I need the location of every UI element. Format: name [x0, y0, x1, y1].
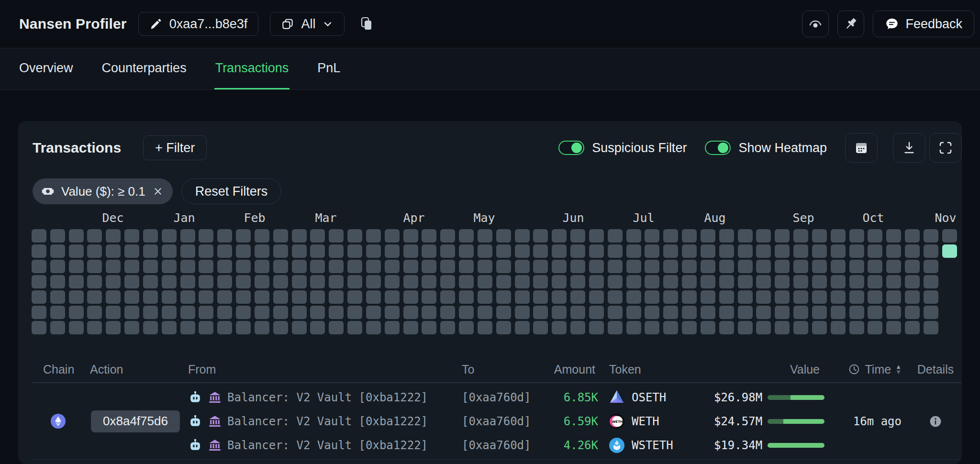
- heatmap-cell[interactable]: [831, 275, 846, 288]
- to-address-link[interactable]: [0xaa760d]: [462, 391, 531, 404]
- heatmap-cell[interactable]: [236, 275, 251, 288]
- heatmap-cell[interactable]: [310, 229, 325, 243]
- heatmap-cell[interactable]: [645, 275, 659, 288]
- heatmap-cell[interactable]: [886, 306, 901, 319]
- heatmap-cell[interactable]: [775, 260, 790, 273]
- heatmap-cell[interactable]: [459, 321, 474, 334]
- heatmap-cell[interactable]: [440, 244, 455, 258]
- heatmap-cell[interactable]: [478, 290, 492, 304]
- heatmap-cell[interactable]: [69, 260, 84, 273]
- heatmap-cell[interactable]: [87, 290, 102, 304]
- close-icon[interactable]: [152, 185, 164, 198]
- heatmap-cell[interactable]: [217, 244, 232, 258]
- heatmap-cell[interactable]: [533, 229, 548, 243]
- heatmap-cell[interactable]: [886, 275, 901, 288]
- info-icon[interactable]: [929, 415, 942, 428]
- heatmap-cell[interactable]: [905, 229, 920, 243]
- heatmap-cell[interactable]: [199, 321, 213, 334]
- heatmap-cell[interactable]: [589, 260, 604, 273]
- from-address-link[interactable]: Balancer: V2 Vault [0xba1222]: [227, 415, 428, 428]
- heatmap-cell[interactable]: [199, 306, 213, 319]
- heatmap-cell[interactable]: [162, 260, 177, 273]
- heatmap-cell[interactable]: [868, 275, 882, 288]
- heatmap-cell[interactable]: [793, 321, 808, 334]
- heatmap-cell[interactable]: [738, 290, 753, 304]
- heatmap-cell[interactable]: [143, 275, 158, 288]
- heatmap-cell[interactable]: [793, 306, 808, 319]
- heatmap-cell[interactable]: [385, 260, 400, 273]
- feedback-button[interactable]: Feedback: [873, 11, 974, 37]
- heatmap-cell[interactable]: [905, 260, 920, 273]
- heatmap-cell[interactable]: [663, 275, 678, 288]
- heatmap-cell[interactable]: [422, 260, 436, 273]
- heatmap-cell[interactable]: [533, 275, 548, 288]
- heatmap-cell[interactable]: [831, 306, 846, 319]
- heatmap-cell[interactable]: [329, 321, 344, 334]
- heatmap-cell[interactable]: [366, 260, 381, 273]
- heatmap-cell[interactable]: [403, 306, 418, 319]
- heatmap-cell[interactable]: [663, 306, 678, 319]
- filter-chip[interactable]: Value ($): ≥ 0.1: [33, 178, 173, 204]
- heatmap-cell[interactable]: [273, 290, 288, 304]
- heatmap-cell[interactable]: [459, 306, 474, 319]
- heatmap-cell[interactable]: [812, 260, 827, 273]
- heatmap-cell[interactable]: [738, 229, 753, 243]
- heatmap-cell[interactable]: [366, 321, 381, 334]
- heatmap-cell[interactable]: [162, 244, 177, 258]
- heatmap-cell[interactable]: [868, 306, 882, 319]
- heatmap-cell[interactable]: [924, 290, 938, 304]
- heatmap-cell[interactable]: [422, 290, 436, 304]
- heatmap-cell[interactable]: [180, 290, 195, 304]
- heatmap-cell[interactable]: [905, 275, 920, 288]
- heatmap-cell[interactable]: [775, 244, 790, 258]
- copy-address-button[interactable]: [356, 16, 377, 32]
- heatmap-cell[interactable]: [515, 244, 530, 258]
- heatmap-cell[interactable]: [459, 229, 474, 243]
- heatmap-cell[interactable]: [180, 260, 195, 273]
- heatmap-cell[interactable]: [199, 260, 213, 273]
- heatmap-cell[interactable]: [329, 244, 344, 258]
- heatmap-cell[interactable]: [32, 229, 46, 243]
- heatmap-cell[interactable]: [50, 321, 65, 334]
- heatmap-cell[interactable]: [217, 275, 232, 288]
- heatmap-cell[interactable]: [682, 275, 697, 288]
- heatmap-cell[interactable]: [682, 306, 697, 319]
- heatmap-cell[interactable]: [701, 290, 715, 304]
- heatmap-cell[interactable]: [552, 321, 567, 334]
- toggle-suspicious-filter[interactable]: Suspicious Filter: [558, 141, 687, 155]
- heatmap-cell[interactable]: [310, 306, 325, 319]
- heatmap-cell[interactable]: [570, 275, 585, 288]
- heatmap-cell[interactable]: [831, 321, 846, 334]
- heatmap-cell[interactable]: [552, 244, 567, 258]
- heatmap-cell[interactable]: [124, 290, 139, 304]
- heatmap-cell[interactable]: [756, 290, 771, 304]
- add-filter-button[interactable]: + Filter: [143, 135, 207, 160]
- heatmap-cell[interactable]: [329, 229, 344, 243]
- heatmap-cell[interactable]: [106, 321, 121, 334]
- heatmap-cell[interactable]: [924, 306, 938, 319]
- toggle-switch[interactable]: [705, 141, 731, 155]
- heatmap-cell[interactable]: [886, 244, 901, 258]
- heatmap-cell[interactable]: [347, 306, 362, 319]
- heatmap-cell[interactable]: [69, 229, 84, 243]
- date-range-button[interactable]: [845, 133, 878, 163]
- heatmap-cell[interactable]: [199, 290, 213, 304]
- heatmap-cell[interactable]: [645, 321, 659, 334]
- heatmap-cell[interactable]: [310, 290, 325, 304]
- heatmap-cell[interactable]: [236, 260, 251, 273]
- toggle-show-heatmap[interactable]: Show Heatmap: [705, 141, 827, 155]
- heatmap-cell[interactable]: [608, 244, 623, 258]
- heatmap-cell[interactable]: [478, 229, 492, 243]
- heatmap-cell[interactable]: [347, 275, 362, 288]
- heatmap-cell[interactable]: [50, 275, 65, 288]
- heatmap-cell[interactable]: [663, 290, 678, 304]
- heatmap-cell[interactable]: [756, 244, 771, 258]
- toggle-switch[interactable]: [558, 141, 584, 155]
- tab-transactions[interactable]: Transactions: [214, 48, 290, 89]
- heatmap-cell[interactable]: [701, 306, 715, 319]
- heatmap-cell[interactable]: [812, 321, 827, 334]
- heatmap-cell[interactable]: [273, 306, 288, 319]
- to-address-link[interactable]: [0xaa760d]: [462, 415, 531, 428]
- heatmap-cell[interactable]: [255, 306, 269, 319]
- heatmap-cell[interactable]: [793, 290, 808, 304]
